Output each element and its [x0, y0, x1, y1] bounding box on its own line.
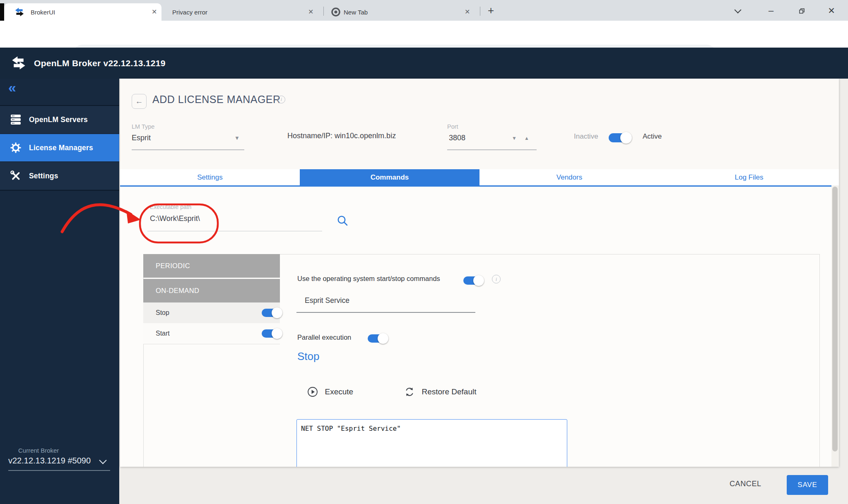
current-broker-value: v22.12.13.1219 #5090: [8, 456, 91, 465]
port-increment-icon[interactable]: ▲: [524, 135, 529, 141]
tab-settings[interactable]: Settings: [120, 169, 300, 185]
servers-icon: [10, 114, 22, 125]
port-decrement-icon[interactable]: ▼: [512, 135, 517, 141]
save-button[interactable]: SAVE: [787, 475, 828, 495]
parallel-execution-label: Parallel execution: [297, 334, 351, 341]
tab-title: Privacy error: [172, 9, 207, 16]
scrollbar-thumb[interactable]: [832, 187, 838, 451]
stop-row-toggle[interactable]: [262, 309, 281, 317]
commands-group-on-demand[interactable]: ON-DEMAND: [143, 279, 280, 302]
lm-type-dropdown-icon[interactable]: ▼: [234, 135, 240, 141]
window-chevron-button[interactable]: [728, 5, 747, 17]
tools-icon: [10, 170, 22, 182]
tab-vendors[interactable]: Vendors: [479, 169, 659, 185]
execute-button[interactable]: Execute: [307, 386, 353, 397]
tab-divider: [480, 7, 480, 16]
executable-path-underline: [147, 231, 322, 231]
maximize-button[interactable]: [792, 5, 811, 17]
tab-close-icon[interactable]: ✕: [152, 8, 157, 16]
service-name-input[interactable]: Esprit Service: [305, 296, 349, 305]
app-title: OpenLM Broker v22.12.13.1219: [34, 58, 166, 68]
stop-command-row: Stop: [143, 302, 280, 324]
browser-toolbar: ← → localhost:5090/#/license-managers/ad…: [0, 21, 848, 48]
lm-type-underline: [132, 149, 244, 150]
port-value[interactable]: 3808: [449, 134, 465, 142]
lm-type-label: LM Type: [132, 123, 154, 130]
main-card: ← ADD LICENSE MANAGER i LM Type Esprit ▼…: [120, 79, 839, 467]
back-button[interactable]: ←: [132, 94, 147, 109]
openlm-logo-icon: [12, 56, 26, 70]
browser-tab-strip: BrokerUI ✕ Privacy error ✕ New Tab ✕ + –…: [0, 0, 848, 21]
executable-path-input[interactable]: C:\Work\Esprit\: [150, 214, 200, 223]
port-underline: [447, 149, 537, 150]
sidebar-item-license-managers[interactable]: License Managers: [0, 134, 119, 161]
close-button[interactable]: ✕: [822, 5, 841, 17]
start-command-row: Start: [143, 323, 280, 344]
screen: BrokerUI ✕ Privacy error ✕ New Tab ✕ + –…: [0, 0, 848, 504]
sidebar-item-label: OpenLM Servers: [29, 115, 88, 124]
restore-default-button[interactable]: Restore Default: [404, 386, 476, 397]
gear-icon: [10, 142, 22, 154]
hostname-text: Hostname/IP: win10c.openlm.biz: [287, 132, 396, 140]
port-label: Port: [447, 123, 458, 130]
minimize-button[interactable]: –: [761, 5, 781, 17]
stop-row-label: Stop: [156, 309, 169, 317]
chromium-favicon: [331, 7, 340, 17]
new-tab-button[interactable]: +: [488, 4, 494, 17]
os-commands-info-icon: i: [492, 275, 501, 283]
start-row-label: Start: [156, 330, 170, 337]
sidebar-collapse-icon[interactable]: «: [8, 79, 16, 96]
sidebar: « OpenLM Servers License Managers: [0, 79, 119, 504]
current-broker-label: Current Broker: [18, 447, 59, 454]
tab-log-files[interactable]: Log Files: [659, 169, 839, 185]
cancel-button[interactable]: CANCEL: [730, 480, 761, 488]
tab-title: New Tab: [344, 9, 368, 16]
commands-group-periodic[interactable]: PERIODIC: [143, 254, 280, 278]
sidebar-item-label: Settings: [29, 172, 58, 180]
command-textarea[interactable]: NET STOP "Esprit Service": [296, 419, 567, 467]
divider: [0, 190, 119, 191]
sidebar-item-settings[interactable]: Settings: [0, 162, 119, 190]
openlm-favicon: [15, 7, 24, 17]
tab-commands[interactable]: Commands: [300, 169, 479, 185]
play-circle-icon: [307, 386, 318, 397]
tab-close-icon[interactable]: ✕: [308, 8, 313, 16]
status-active-label: Active: [643, 132, 662, 141]
lm-type-value[interactable]: Esprit: [132, 134, 151, 142]
divider: [8, 470, 110, 471]
page-title: ADD LICENSE MANAGER: [152, 94, 281, 106]
refresh-icon: [404, 386, 415, 397]
card-scrollbar[interactable]: [831, 185, 839, 467]
window-edge: [0, 3, 4, 21]
chevron-down-icon: [99, 456, 106, 464]
executable-path-label: Executable path: [150, 204, 191, 210]
command-text: NET STOP "Esprit Service": [301, 425, 401, 432]
sidebar-item-label: License Managers: [29, 144, 93, 152]
info-icon: i: [277, 96, 285, 103]
search-icon[interactable]: [337, 215, 349, 227]
service-name-underline: [296, 312, 475, 313]
parallel-execution-toggle[interactable]: [368, 334, 387, 343]
browser-tab-privacy-error[interactable]: Privacy error ✕: [162, 3, 323, 21]
app-header: OpenLM Broker v22.12.13.1219: [0, 48, 848, 79]
current-broker-selector[interactable]: v22.12.13.1219 #5090: [8, 456, 91, 466]
status-inactive-label: Inactive: [574, 132, 598, 141]
tab-title: BrokerUI: [31, 9, 55, 16]
stop-section-heading: Stop: [297, 350, 320, 363]
browser-tab-new-tab[interactable]: New Tab ✕: [324, 3, 479, 21]
start-row-toggle[interactable]: [262, 329, 281, 338]
restore-icon: [798, 7, 805, 14]
os-commands-toggle[interactable]: [463, 276, 482, 285]
status-toggle[interactable]: [609, 133, 630, 142]
os-commands-label: Use the operating system start/stop comm…: [297, 275, 440, 283]
browser-tab-brokerui[interactable]: BrokerUI ✕: [4, 3, 161, 21]
tab-close-icon[interactable]: ✕: [465, 8, 470, 16]
sidebar-item-openlm-servers[interactable]: OpenLM Servers: [0, 106, 119, 133]
